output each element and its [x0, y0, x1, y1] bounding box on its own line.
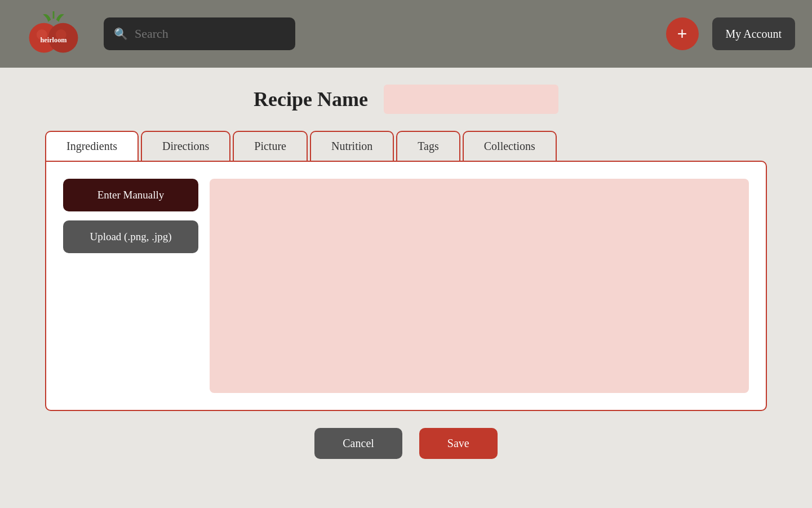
tab-directions[interactable]: Directions — [141, 131, 230, 161]
search-bar[interactable]: 🔍 — [104, 17, 295, 50]
recipe-name-row: Recipe Name — [45, 85, 767, 114]
save-button[interactable]: Save — [419, 428, 498, 459]
tab-ingredients[interactable]: Ingredients — [45, 131, 139, 161]
footer-buttons: Cancel Save — [45, 428, 767, 459]
tab-nutrition[interactable]: Nutrition — [310, 131, 394, 161]
cancel-button[interactable]: Cancel — [314, 428, 402, 459]
enter-manually-button[interactable]: Enter Manually — [63, 179, 198, 211]
search-icon: 🔍 — [114, 27, 128, 41]
add-button[interactable]: + — [666, 17, 699, 50]
left-actions: Enter Manually Upload (.png, .jpg) — [63, 179, 198, 393]
main-content: Recipe Name Ingredients Directions Pictu… — [0, 68, 812, 508]
ingredients-content-area — [210, 179, 749, 393]
recipe-name-label: Recipe Name — [254, 87, 368, 111]
tab-panel: Enter Manually Upload (.png, .jpg) — [45, 161, 767, 411]
search-input[interactable] — [135, 26, 285, 41]
tab-collections[interactable]: Collections — [463, 131, 557, 161]
svg-text:heirloom: heirloom — [40, 36, 66, 43]
upload-button[interactable]: Upload (.png, .jpg) — [63, 220, 198, 253]
tabs: Ingredients Directions Picture Nutrition… — [45, 131, 767, 161]
recipe-name-input[interactable] — [384, 85, 558, 114]
header: heirloom 🔍 + My Account — [0, 0, 812, 68]
tab-tags[interactable]: Tags — [396, 131, 460, 161]
my-account-button[interactable]: My Account — [712, 17, 795, 50]
tab-picture[interactable]: Picture — [233, 131, 308, 161]
logo[interactable]: heirloom — [17, 8, 90, 59]
